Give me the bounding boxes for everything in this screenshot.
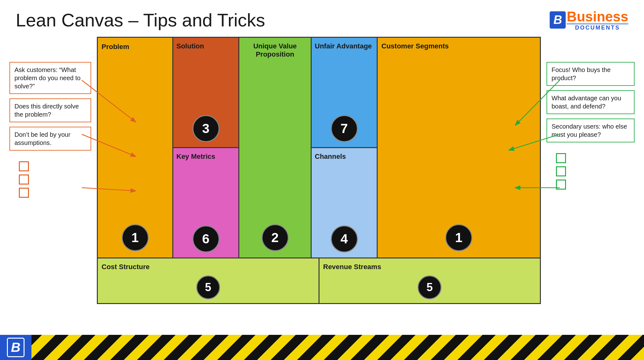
logo-documents: DOCUMENTS	[567, 24, 628, 30]
unfair-number: 7	[331, 115, 358, 142]
unfair-label: Unfair Advantage	[315, 42, 372, 50]
footer-logo: B	[7, 338, 25, 357]
right-annotation-1: Focus! Who buys the product?	[547, 62, 635, 86]
cell-customer-segments: Customer Segments 1	[378, 38, 540, 258]
cell-problem: Problem 1	[98, 38, 173, 258]
canvas-bottom-section: Cost Structure 5 Revenue Streams 5	[98, 258, 540, 303]
cell-unfair-advantage: Unfair Advantage 7	[312, 38, 377, 148]
right-annotation-2: What advantage can you boast, and defend…	[547, 90, 635, 114]
channels-number: 4	[331, 225, 358, 252]
canvas-top-section: Problem 1 Solution 3 Key Metrics 6	[98, 38, 540, 258]
left-checkboxes	[9, 161, 91, 198]
footer-stripe	[31, 335, 644, 360]
solution-km-column: Solution 3 Key Metrics 6	[173, 38, 239, 258]
key-metrics-label: Key Metrics	[176, 152, 215, 161]
channels-label: Channels	[315, 152, 346, 161]
footer: B	[0, 335, 644, 360]
solution-label: Solution	[176, 42, 204, 50]
key-metrics-number: 6	[192, 225, 219, 252]
right-annotations: Focus! Who buys the product? What advant…	[547, 37, 635, 304]
left-annotation-1: Ask customers: “What problem do you need…	[9, 62, 91, 94]
main-content: Ask customers: “What problem do you need…	[0, 34, 644, 307]
left-annotations: Ask customers: “What problem do you need…	[9, 37, 91, 304]
customer-segments-number: 1	[445, 224, 472, 251]
cell-key-metrics: Key Metrics 6	[173, 148, 238, 258]
solution-number: 3	[192, 115, 219, 142]
revenue-streams-label: Revenue Streams	[323, 263, 381, 271]
right-checkbox-1[interactable]	[556, 153, 566, 163]
problem-label: Problem	[102, 43, 129, 51]
cell-solution: Solution 3	[173, 38, 238, 148]
cost-structure-number: 5	[196, 275, 220, 299]
logo-icon: B	[549, 10, 567, 30]
right-annotation-3: Secondary users: who else must you pleas…	[547, 119, 635, 142]
logo-business: Business	[567, 10, 628, 24]
cost-structure-label: Cost Structure	[102, 263, 150, 271]
cell-uvp: Unique Value Proposition 2	[239, 38, 312, 258]
footer-logo-container: B	[0, 335, 31, 360]
uvp-label: Unique Value Proposition	[242, 42, 308, 59]
left-checkbox-3[interactable]	[19, 188, 29, 198]
cell-cost-structure: Cost Structure 5	[98, 258, 319, 303]
problem-number: 1	[122, 224, 149, 251]
left-annotation-2: Does this directly solve the problem?	[9, 98, 91, 122]
cell-channels: Channels 4	[312, 148, 377, 258]
left-checkbox-2[interactable]	[19, 174, 29, 185]
right-checkbox-3[interactable]	[556, 180, 566, 190]
right-checkboxes	[547, 153, 635, 190]
right-checkbox-2[interactable]	[556, 166, 566, 176]
unfair-channels-column: Unfair Advantage 7 Channels 4	[312, 38, 378, 258]
left-annotation-3: Don’t be led by your assumptions.	[9, 127, 91, 151]
page-title: Lean Canvas – Tips and Tricks	[16, 9, 265, 30]
customer-segments-label: Customer Segments	[381, 42, 449, 50]
logo-text: Business DOCUMENTS	[567, 10, 628, 30]
uvp-number: 2	[262, 224, 289, 251]
logo: B Business DOCUMENTS	[549, 10, 628, 30]
header: Lean Canvas – Tips and Tricks B Business…	[0, 0, 644, 34]
left-checkbox-1[interactable]	[19, 161, 29, 171]
cell-revenue-streams: Revenue Streams 5	[319, 258, 540, 303]
lean-canvas: Problem 1 Solution 3 Key Metrics 6	[97, 37, 541, 304]
revenue-streams-number: 5	[418, 275, 441, 299]
